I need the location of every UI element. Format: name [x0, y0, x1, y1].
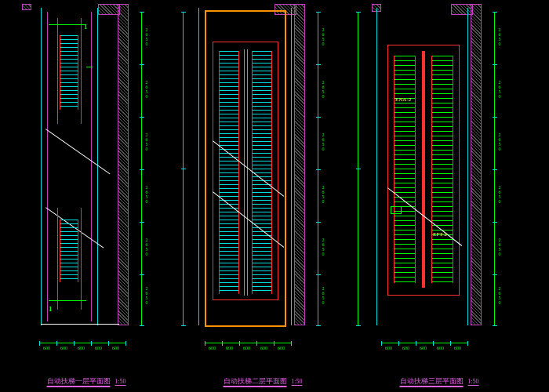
wall-left-stub: [22, 4, 31, 10]
wall-outer-cap: [98, 4, 120, 15]
title-scale: 1:50: [291, 378, 302, 386]
dim-label: 2650: [497, 286, 502, 305]
wall-outer-right: [471, 4, 482, 325]
escalator-treads-lower: [60, 220, 78, 282]
plan-floor2: 2650 2650 2650 2650 2650 2650 600 600 60…: [176, 4, 349, 388]
dim-label: 600: [454, 346, 461, 350]
shaft-edge: [91, 12, 92, 321]
marker-box: [391, 206, 402, 214]
section-line: [49, 300, 86, 301]
dim-label: 600: [95, 346, 102, 350]
drawing-title: 自动扶梯一层平面图 1:50: [47, 376, 126, 387]
drawing-title: 自动扶梯二层平面图 1:50: [224, 376, 303, 387]
dim-label: 2650: [144, 238, 149, 256]
guideline: [198, 8, 199, 325]
dim-label: 2650: [321, 238, 325, 256]
shaft-edge: [47, 12, 48, 321]
dim-label: 600: [260, 346, 267, 350]
escalator-treads-upper: [60, 35, 78, 110]
center-rail: [247, 49, 248, 296]
wall-outer-right: [118, 4, 129, 325]
guideline: [376, 8, 377, 325]
section-line: [86, 67, 93, 67]
guideline: [41, 8, 42, 325]
dim-label: 2650: [321, 132, 325, 151]
closure-line: [41, 324, 119, 325]
dim-label: 600: [60, 346, 67, 350]
dimension-column-right: [318, 12, 327, 325]
dimension-column-left: [358, 12, 367, 325]
escalator-rail: [57, 18, 58, 124]
break-line: [45, 129, 110, 174]
dim-label: 2650: [321, 80, 325, 99]
dim-label: 600: [78, 346, 85, 350]
plan-floor1: 1 1 2650 2650 2650 2650 2650 2650: [0, 4, 173, 388]
dimension-column-right: [141, 12, 151, 325]
plan-floor3: ENA-2 EFT-2 2650 2650 2650 2650 2650 265…: [353, 4, 525, 388]
dimension-row-bottom: [381, 343, 467, 358]
wall-outer-right: [294, 4, 305, 325]
center-rail: [244, 49, 245, 296]
dim-label: 600: [112, 346, 119, 350]
dim-label: 2650: [497, 185, 502, 204]
dimension-column-left: [183, 12, 192, 325]
escalator-rail: [81, 208, 82, 310]
dim-label: 2650: [497, 27, 502, 46]
guideline: [467, 8, 468, 325]
escalator-treads-left: [219, 51, 239, 294]
guideline: [291, 8, 292, 325]
dim-label: 600: [385, 346, 392, 350]
dim-label: 600: [209, 346, 216, 350]
dim-label: 2650: [321, 185, 325, 204]
dim-label: 2650: [321, 27, 325, 46]
title-text: 自动扶梯三层平面图: [400, 377, 464, 387]
dim-label: 2650: [321, 286, 325, 305]
title-text: 自动扶梯一层平面图: [47, 377, 111, 387]
dim-label: 2650: [144, 27, 149, 46]
wall-outer-cap: [451, 4, 473, 15]
dim-label: 600: [420, 346, 427, 350]
cad-viewport[interactable]: 1 1 2650 2650 2650 2650 2650 2650: [0, 0, 549, 392]
title-scale: 1:50: [115, 378, 125, 386]
dimension-row-bottom: [39, 343, 125, 358]
section-line: [49, 24, 86, 25]
escalator-rail: [81, 18, 82, 124]
equipment-label-b: EFT-2: [433, 231, 447, 238]
dim-label: 600: [243, 346, 250, 350]
dimension-column-right: [494, 12, 504, 325]
dim-label: 2650: [144, 185, 149, 204]
section-mark-bottom: 1: [49, 305, 53, 313]
center-spine: [422, 51, 425, 288]
title-scale: 1:50: [467, 378, 478, 386]
dim-label: 2650: [497, 132, 502, 151]
dim-label: 600: [278, 346, 285, 350]
dim-label: 2650: [497, 238, 502, 256]
escalator-rail: [57, 208, 58, 310]
equipment-label-a: ENA-2: [395, 96, 411, 103]
dim-label: 2650: [497, 80, 502, 99]
drawing-title: 自动扶梯三层平面图 1:50: [400, 376, 479, 387]
dim-label: 600: [402, 346, 409, 350]
dim-label: 600: [437, 346, 444, 350]
dim-label: 600: [226, 346, 233, 350]
dim-label: 600: [43, 346, 50, 350]
dim-label: 2650: [144, 80, 149, 99]
escalator-treads-right: [431, 56, 453, 283]
dim-label: 2650: [144, 132, 149, 151]
dimension-row-bottom: [205, 343, 291, 358]
title-text: 自动扶梯二层平面图: [224, 377, 287, 387]
dim-label: 2650: [144, 286, 149, 305]
escalator-treads-left: [394, 56, 416, 283]
